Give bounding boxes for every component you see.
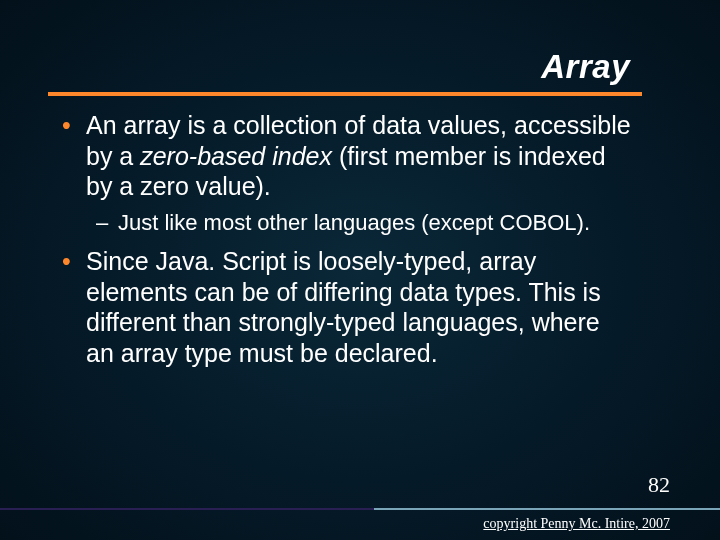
- slide-title: Array: [48, 48, 630, 86]
- copyright-text: copyright Penny Mc. Intire, 2007: [483, 516, 670, 532]
- slide: Array An array is a collection of data v…: [0, 0, 720, 540]
- bullet-item: An array is a collection of data values,…: [56, 110, 632, 236]
- title-wrap: Array: [48, 48, 672, 86]
- slide-content: An array is a collection of data values,…: [48, 110, 672, 368]
- bullet-item: Since Java. Script is loosely-typed, arr…: [56, 246, 632, 368]
- title-underline: [48, 92, 642, 96]
- page-number: 82: [648, 472, 670, 498]
- bullet-list: An array is a collection of data values,…: [56, 110, 632, 368]
- bullet-text-emph: zero-based index: [140, 142, 332, 170]
- sub-bullet-item: Just like most other languages (except C…: [86, 210, 632, 237]
- footer-divider: [0, 508, 720, 510]
- sub-bullet-text: Just like most other languages (except C…: [118, 210, 590, 235]
- bullet-text-pre: Since Java. Script is loosely-typed, arr…: [86, 247, 601, 367]
- footer-divider-light: [374, 508, 720, 510]
- footer-divider-dark: [0, 508, 374, 510]
- sub-bullet-list: Just like most other languages (except C…: [86, 210, 632, 237]
